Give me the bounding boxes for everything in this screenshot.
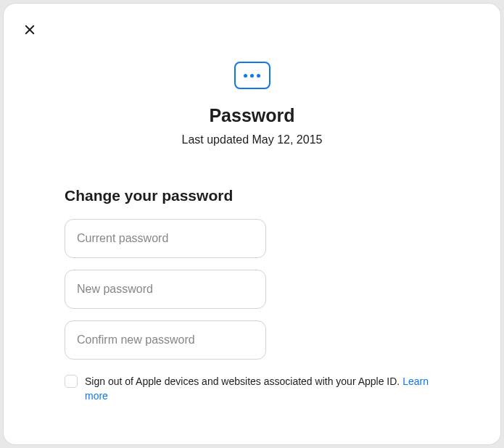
signout-label: Sign out of Apple devices and websites a… [85, 374, 439, 404]
signout-checkbox[interactable] [65, 375, 78, 388]
password-dots-icon [234, 62, 270, 89]
close-icon [23, 23, 36, 36]
change-password-form: Change your password Sign out of Apple d… [24, 187, 480, 404]
password-modal: Password Last updated May 12, 2015 Chang… [4, 4, 500, 444]
signout-checkbox-row: Sign out of Apple devices and websites a… [65, 374, 439, 404]
current-password-input[interactable] [65, 219, 266, 258]
close-button[interactable] [21, 21, 38, 38]
modal-title: Password [209, 105, 294, 126]
confirm-password-input[interactable] [65, 320, 266, 360]
modal-header: Password Last updated May 12, 2015 [24, 62, 480, 146]
form-heading: Change your password [65, 187, 439, 204]
new-password-input[interactable] [65, 270, 266, 309]
last-updated-text: Last updated May 12, 2015 [182, 133, 323, 146]
signout-label-text: Sign out of Apple devices and websites a… [85, 376, 402, 387]
